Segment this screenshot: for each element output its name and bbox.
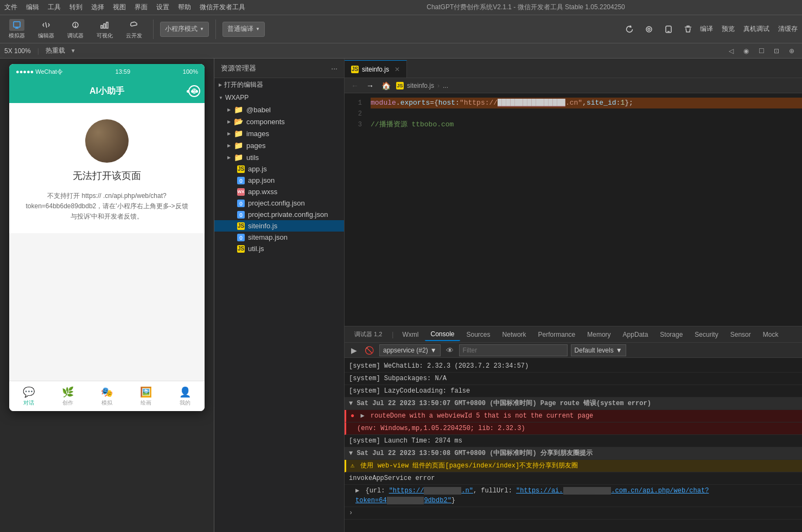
phone-signal: ●●●●● WeChat令 (16, 68, 63, 76)
console-line-4b: (env: Windows,mp,1.05.2204250; lib: 2.32… (345, 422, 802, 435)
editor-tab-close[interactable]: ✕ (394, 66, 400, 73)
file-appwxss[interactable]: WX app.wxss (214, 186, 344, 197)
file-pages[interactable]: ▶ 📁 pages (214, 139, 344, 151)
menu-item-settings[interactable]: 设置 (156, 3, 169, 12)
debugger-btn[interactable]: 调试器 (63, 17, 88, 42)
phone-tab-mine[interactable]: 👤 我的 (166, 386, 205, 407)
appjs-name: app.js (248, 165, 267, 173)
fe-action-btn-more[interactable]: ··· (331, 64, 338, 73)
open-editors-header[interactable]: ▶ 打开的编辑器 (214, 78, 344, 92)
devtools-tab-wxml[interactable]: Wxml (397, 329, 424, 341)
editor-tab-siteinfo[interactable]: JS siteinfo.js ✕ (345, 60, 407, 78)
line-num-1: 1 (358, 98, 362, 108)
siteinfo-icon: JS (237, 222, 245, 230)
clear-cache-btn[interactable] (680, 22, 696, 37)
wxapp-header[interactable]: ▼ WXAPP (214, 92, 344, 104)
menu-item-file[interactable]: 文件 (4, 3, 17, 12)
devtools-tabs: 调试器 1,2 | Wxml Console Sources Network P… (345, 326, 802, 343)
phone-error-text: 不支持打开 https:// .cn/api.php/web/chat?toke… (20, 191, 194, 222)
svg-rect-8 (104, 24, 105, 28)
more-btn[interactable]: ⊕ (786, 45, 798, 57)
back-nav-btn[interactable]: ← (349, 80, 361, 91)
file-appjs[interactable]: JS app.js (214, 163, 344, 175)
dt-clear-btn[interactable]: 🚫 (362, 345, 376, 356)
phone-tab-draw[interactable]: 🖼️ 绘画 (126, 386, 166, 407)
back-btn[interactable]: ◁ (725, 45, 737, 57)
devtools-tab-appdata[interactable]: AppData (618, 329, 654, 341)
dt-filter-input[interactable] (459, 344, 568, 356)
console-line-4: ● ▶ routeDone with a webviewId 5 that is… (345, 410, 802, 422)
hot-reload[interactable]: 热重载 (46, 46, 65, 55)
real-debug-btn[interactable] (661, 22, 676, 37)
phone-btn[interactable]: ☐ (755, 45, 767, 57)
menu-item-goto[interactable]: 转到 (69, 3, 82, 12)
dt-eye-btn[interactable]: 👁 (444, 345, 456, 356)
error-expand-2[interactable]: ▶ (355, 487, 359, 495)
toolbar-sep-2 (215, 20, 216, 39)
open-editors-triangle: ▶ (219, 82, 222, 87)
devtools-tab-mock[interactable]: Mock (758, 329, 784, 341)
devtools-tab-sources[interactable]: Sources (461, 329, 496, 341)
devtools-tab-performance[interactable]: Performance (533, 329, 581, 341)
file-components[interactable]: ▶ 📂 components (214, 116, 344, 127)
simulator-btn[interactable]: 模拟器 (4, 17, 29, 42)
babel-name: @babel (246, 106, 271, 114)
compile-dropdown[interactable]: 普通编译 ▼ (222, 22, 265, 37)
file-appjson[interactable]: {} app.json (214, 175, 344, 186)
editor-btn[interactable]: 编辑器 (34, 17, 59, 42)
phone-tab-mine-icon: 👤 (179, 386, 191, 398)
refresh-btn[interactable] (622, 22, 637, 37)
window-title: ChatGPT付费创作系统V2.1.1 - 微信开发者工具 Stable 1.0… (254, 3, 798, 12)
devtools-panel-label: 调试器 1,2 (349, 328, 389, 341)
code-content[interactable]: module.exports={host:"https://██████████… (366, 93, 802, 326)
phone-tab-create[interactable]: 🌿 创作 (48, 386, 87, 407)
preview-btn[interactable] (641, 22, 657, 37)
file-projectprivate[interactable]: {} project.private.config.json (214, 209, 344, 220)
line-num-3: 3 (358, 119, 362, 130)
file-babel[interactable]: ▶ 📁 @babel (214, 104, 344, 116)
phone-tab-chat[interactable]: 💬 对话 (9, 386, 48, 407)
menu-item-select[interactable]: 选择 (91, 3, 104, 12)
menu-item-wechat[interactable]: 微信开发者工具 (200, 3, 245, 12)
file-utiljs[interactable]: JS util.js (214, 243, 344, 254)
phone-tab-simulate[interactable]: 🎭 模拟 (87, 386, 126, 407)
file-utils[interactable]: ▶ 📁 utils (214, 151, 344, 163)
forward-nav-btn[interactable]: → (364, 80, 376, 91)
menu-item-edit[interactable]: 编辑 (26, 3, 39, 12)
devtools-tab-storage[interactable]: Storage (654, 329, 688, 341)
breadcrumb-file-icon: JS (396, 82, 404, 89)
console-url: {url: "https://████.n", fullUrl: "https:… (355, 487, 709, 504)
menu-item-tools[interactable]: 工具 (48, 3, 61, 12)
devtools-tab-memory[interactable]: Memory (582, 329, 616, 341)
file-siteinfo[interactable]: JS siteinfo.js (214, 220, 344, 232)
visualize-btn[interactable]: 可视化 (92, 17, 117, 42)
rotate-btn[interactable]: ⊡ (771, 45, 782, 57)
cloud-btn[interactable]: 云开发 (122, 17, 147, 42)
devtools-tab-sensor[interactable]: Sensor (725, 329, 756, 341)
phone-nav-circle[interactable] (188, 85, 200, 97)
breadcrumb-ellipsis: ... (443, 82, 448, 89)
error-expand-1[interactable]: ▶ (360, 412, 364, 420)
projectconfig-icon: {} (237, 200, 245, 207)
stop-btn[interactable]: ◉ (740, 45, 752, 57)
svg-line-3 (46, 22, 47, 28)
menu-item-view[interactable]: 视图 (113, 3, 126, 12)
devtools-tab-security[interactable]: Security (689, 329, 723, 341)
dt-levels-dropdown[interactable]: Default levels ▼ (571, 344, 626, 356)
svg-rect-0 (14, 22, 20, 27)
dt-execute-btn[interactable]: ▶ (349, 345, 359, 356)
dt-levels-arrow: ▼ (616, 347, 622, 354)
devtools-tab-console[interactable]: Console (425, 328, 460, 341)
mode-dropdown[interactable]: 小程序模式 ▼ (160, 22, 209, 37)
file-projectconfig[interactable]: {} project.config.json (214, 197, 344, 209)
code-editor: 1 2 3 module.exports={host:"https://████… (345, 93, 802, 326)
file-images[interactable]: ▶ 📁 images (214, 127, 344, 139)
menu-item-interface[interactable]: 界面 (135, 3, 148, 12)
dt-appservice-select[interactable]: appservice (#2) ▼ (379, 344, 441, 356)
menu-item-help[interactable]: 帮助 (178, 3, 191, 12)
console-cursor: › (349, 509, 353, 517)
console-wechatlib: [system] WeChatLib: 2.32.3 (2023.7.2 23:… (349, 362, 529, 370)
file-sitemap[interactable]: {} sitemap.json (214, 232, 344, 243)
devtools-tab-network[interactable]: Network (497, 329, 532, 341)
home-nav-btn[interactable]: 🏠 (379, 80, 393, 91)
